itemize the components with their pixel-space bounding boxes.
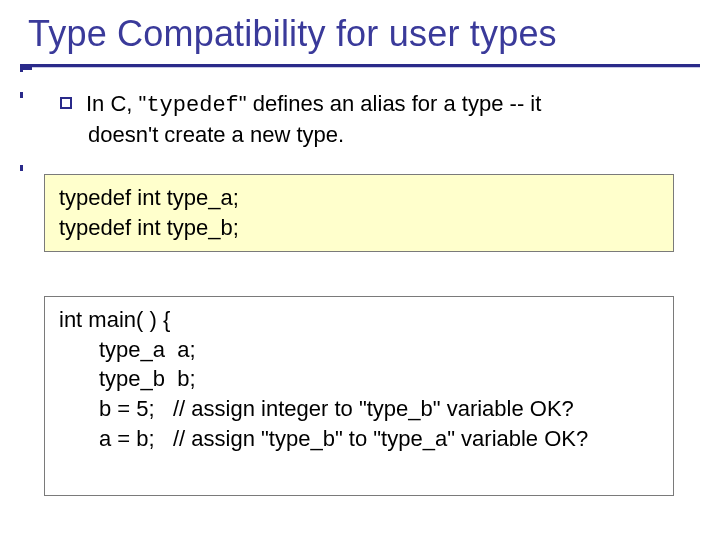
code-line: typedef int type_b;	[59, 213, 659, 243]
code-box-main: int main( ) { type_a a; type_b b; b = 5;…	[44, 296, 674, 496]
rule-tick-icon	[20, 92, 23, 98]
code-line: a = b; // assign "type_b" to "type_a" va…	[59, 424, 659, 454]
slide-title: Type Compatibility for user types	[28, 14, 557, 54]
title-underline-light	[20, 67, 700, 68]
code-line: typedef int type_a;	[59, 183, 659, 213]
bullet-text-pre: In C, "	[86, 91, 146, 116]
bullet-paragraph: In C, "typedef" defines an alias for a t…	[60, 90, 660, 149]
code-box-typedefs: typedef int type_a; typedef int type_b;	[44, 174, 674, 252]
bullet-text-line2: doesn't create a new type.	[88, 121, 660, 150]
bullet-text-code: typedef	[146, 93, 238, 118]
code-line: type_a a;	[59, 335, 659, 365]
code-line: type_b b;	[59, 364, 659, 394]
rule-tick-icon	[20, 64, 23, 72]
code-line: b = 5; // assign integer to "type_b" var…	[59, 394, 659, 424]
bullet-text-post: " defines an alias for a type -- it	[239, 91, 542, 116]
rule-tick-icon	[20, 165, 23, 171]
code-line: int main( ) {	[59, 305, 659, 335]
square-bullet-icon	[60, 97, 72, 109]
slide: Type Compatibility for user types In C, …	[0, 0, 720, 540]
